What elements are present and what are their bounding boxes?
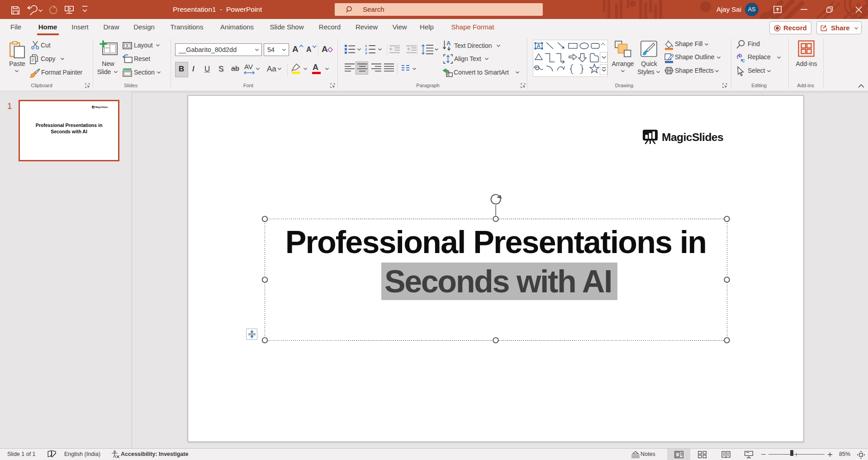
svg-text:A: A bbox=[536, 43, 541, 49]
svg-text:3: 3 bbox=[365, 51, 367, 55]
svg-text:A: A bbox=[446, 40, 451, 47]
